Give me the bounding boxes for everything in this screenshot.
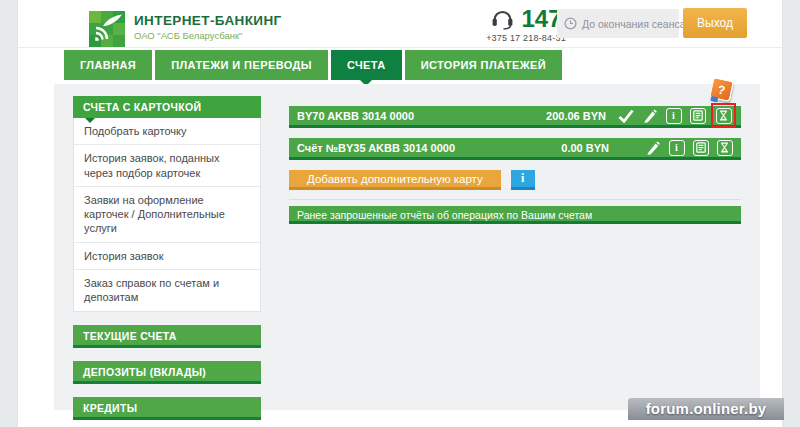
section-divider bbox=[289, 199, 741, 200]
statement-document-icon[interactable] bbox=[692, 139, 709, 156]
previous-reports-bar[interactable]: Ранее запрошенные отчёты об операциях по… bbox=[289, 206, 741, 224]
info-icon[interactable]: i bbox=[665, 107, 682, 124]
header: ИНТЕРНЕТ-БАНКИНГ ОАО "АСБ Беларусбанк" 1… bbox=[18, 0, 782, 48]
account-row-current[interactable]: Счёт №BY35 AKBB 3014 0000 0.00 BYN i bbox=[289, 138, 741, 160]
add-additional-card-button[interactable]: Добавить дополнительную карту bbox=[289, 170, 501, 190]
headset-icon bbox=[490, 7, 515, 30]
sidebar-section-current-accounts[interactable]: ТЕКУЩИЕ СЧЕТА bbox=[73, 325, 261, 348]
account-number: BY70 AKBB 3014 0000 bbox=[297, 110, 546, 122]
info-icon-glyph: i bbox=[672, 111, 675, 121]
pending-hourglass-icon[interactable] bbox=[716, 139, 733, 156]
help-cursor-glyph: ? bbox=[716, 82, 726, 97]
page: ИНТЕРНЕТ-БАНКИНГ ОАО "АСБ Беларусбанк" 1… bbox=[17, 0, 783, 427]
sidebar-section-credits[interactable]: КРЕДИТЫ bbox=[73, 397, 261, 420]
session-timer: До окончания сеанса 09:04 bbox=[557, 9, 679, 38]
watermark: forum.onliner.by bbox=[628, 398, 784, 420]
sidebar-item-zayavki-oformlenie[interactable]: Заявки на оформление карточек / Дополнит… bbox=[74, 187, 260, 243]
account-balance: 200.06 BYN bbox=[546, 110, 606, 122]
app-title: ИНТЕРНЕТ-БАНКИНГ bbox=[134, 13, 282, 28]
info-icon-glyph: i bbox=[675, 143, 678, 153]
sidebar-item-podobrat-kartochku[interactable]: Подобрать карточку bbox=[74, 118, 260, 145]
tab-glavnaya[interactable]: ГЛАВНАЯ bbox=[64, 50, 152, 80]
tab-istoriya-platezhey[interactable]: ИСТОРИЯ ПЛАТЕЖЕЙ bbox=[405, 50, 562, 80]
sidebar: СЧЕТА С КАРТОЧКОЙ Подобрать карточку Ист… bbox=[73, 96, 261, 427]
logout-button[interactable]: Выход bbox=[683, 8, 747, 38]
tab-platezhi-i-perevody[interactable]: ПЛАТЕЖИ И ПЕРЕВОДЫ bbox=[155, 50, 328, 80]
bank-name: ОАО "АСБ Беларусбанк" bbox=[134, 30, 282, 41]
account-row-card[interactable]: BY70 AKBB 3014 0000 200.06 BYN i bbox=[289, 106, 741, 128]
sidebar-item-istoriya-zayavok[interactable]: История заявок bbox=[74, 243, 260, 270]
edit-pencil-icon[interactable] bbox=[641, 107, 658, 124]
sidebar-section-card-accounts[interactable]: СЧЕТА С КАРТОЧКОЙ bbox=[73, 96, 261, 118]
info-icon[interactable]: i bbox=[668, 139, 685, 156]
account-number: Счёт №BY35 AKBB 3014 0000 bbox=[297, 142, 561, 154]
help-cursor-icon: ? bbox=[709, 77, 734, 102]
phone-short-number: 147 bbox=[521, 7, 561, 31]
account-balance: 0.00 BYN bbox=[561, 142, 609, 154]
bank-logo-icon bbox=[89, 11, 125, 47]
sidebar-section-deposits[interactable]: ДЕПОЗИТЫ (ВКЛАДЫ) bbox=[73, 361, 261, 384]
sidebar-item-zakaz-spravok[interactable]: Заказ справок по счетам и депозитам bbox=[74, 270, 260, 311]
add-card-info-button[interactable]: i bbox=[511, 170, 535, 190]
content-area: СЧЕТА С КАРТОЧКОЙ Подобрать карточку Ист… bbox=[54, 84, 760, 410]
edit-pencil-icon[interactable] bbox=[644, 139, 661, 156]
sidebar-item-istoriya-zayavok-podbor[interactable]: История заявок, поданных через подбор ка… bbox=[74, 145, 260, 187]
accounts-panel: BY70 AKBB 3014 0000 200.06 BYN i bbox=[289, 106, 741, 224]
clock-icon bbox=[564, 17, 577, 30]
annotation-highlight-box: ? bbox=[711, 103, 736, 128]
actions-row: Добавить дополнительную карту i bbox=[289, 170, 741, 190]
sidebar-menu: Подобрать карточку История заявок, подан… bbox=[73, 118, 261, 312]
pending-hourglass-icon[interactable] bbox=[715, 107, 732, 124]
confirmed-check-icon bbox=[617, 107, 634, 124]
tab-scheta[interactable]: СЧЕТА bbox=[331, 50, 402, 80]
statement-document-icon[interactable] bbox=[689, 107, 706, 124]
main-nav: ГЛАВНАЯ ПЛАТЕЖИ И ПЕРЕВОДЫ СЧЕТА ИСТОРИЯ… bbox=[64, 50, 562, 80]
